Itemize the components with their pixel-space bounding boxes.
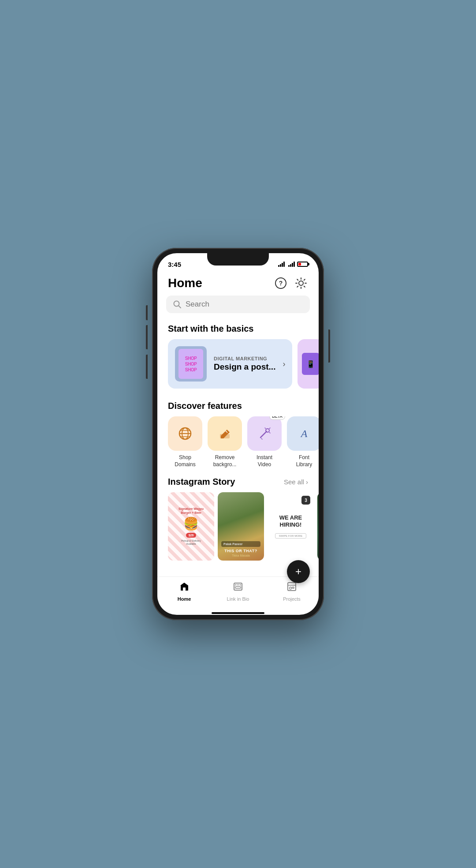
story-2-sub: Tikka Masala: [232, 554, 250, 557]
svg-point-21: [238, 584, 239, 586]
svg-line-10: [260, 431, 267, 438]
home-nav-icon: [179, 581, 190, 595]
basics-card-description: Design a post...: [214, 362, 275, 372]
help-button[interactable]: ?: [274, 276, 288, 290]
power-button: [328, 329, 330, 363]
instant-video-label: InstantVideo: [257, 454, 272, 468]
basics-card-thumbnail: SHOP SHOP SHOP: [175, 346, 207, 382]
story-1-price: $26: [186, 533, 197, 538]
story-scroll: Signature WagyuBurger + Beer 🍔 $26 Picku…: [157, 492, 319, 571]
story-3-text: WE AREHIRING!: [279, 514, 302, 528]
svg-point-11: [266, 429, 269, 432]
phone-screen: 3:45: [157, 253, 319, 615]
phone-frame: 3:45: [152, 248, 324, 620]
shop-illustration: SHOP SHOP SHOP: [178, 349, 203, 379]
battery-icon: [297, 262, 308, 267]
story-2-this-or-that: THIS OR THAT?: [224, 549, 257, 553]
signal-bar-4: [283, 262, 285, 267]
features-scroll: ShopDomains Removebackgro...: [157, 416, 319, 470]
story-1-footer: Pickup or DeliveryAvailable: [181, 539, 201, 546]
svg-rect-24: [288, 583, 296, 591]
font-icon: A: [297, 426, 312, 441]
main-content: Home ?: [157, 273, 319, 576]
search-bar[interactable]: [166, 296, 310, 313]
story-3-content: 3 WE AREHIRING! SWIPE FOR MORE: [268, 492, 314, 561]
svg-line-13: [269, 428, 270, 429]
svg-line-14: [269, 432, 270, 433]
settings-button[interactable]: [294, 276, 308, 290]
feature-shop-domains[interactable]: ShopDomains: [168, 416, 202, 468]
story-3-badge: 3: [301, 496, 310, 505]
signal-bar-1: [278, 265, 279, 267]
feature-font-library[interactable]: A FontLibrary: [287, 416, 319, 468]
home-bar: [212, 612, 264, 614]
feature-remove-bg[interactable]: Removebackgro...: [208, 416, 242, 468]
story-2-dish-name: Palak Paneer: [223, 542, 258, 546]
notch: [207, 253, 269, 266]
status-time: 3:45: [168, 261, 181, 268]
remove-bg-label: Removebackgro...: [213, 454, 237, 468]
features-section-title: Discover features: [157, 397, 319, 416]
eraser-icon: [217, 426, 232, 441]
gear-icon: [295, 277, 307, 289]
signal-bars: [278, 262, 285, 267]
story-card-3[interactable]: 3 WE AREHIRING! SWIPE FOR MORE: [268, 492, 314, 561]
story-card-1[interactable]: Signature WagyuBurger + Beer 🍔 $26 Picku…: [168, 492, 214, 561]
plus-icon: +: [295, 565, 301, 578]
story-3-cta: SWIPE FOR MORE: [275, 533, 306, 539]
svg-line-12: [265, 428, 266, 429]
search-icon: [173, 300, 181, 308]
status-icons: [278, 262, 308, 267]
svg-rect-25: [290, 587, 291, 589]
basics-card-1[interactable]: SHOP SHOP SHOP DIGITAL MARKETING Design …: [168, 339, 292, 389]
nav-item-projects[interactable]: Projects: [276, 581, 307, 602]
feature-instant-video[interactable]: BETA InstantVideo: [247, 416, 282, 468]
volume-up-button: [146, 325, 148, 349]
story-1-title: Signature WagyuBurger + Beer: [178, 507, 204, 515]
nav-item-home[interactable]: Home: [169, 581, 200, 602]
font-library-label: FontLibrary: [296, 454, 312, 468]
svg-text:A: A: [300, 428, 308, 439]
projects-nav-icon: [286, 581, 297, 595]
basics-scroll: SHOP SHOP SHOP DIGITAL MARKETING Design …: [157, 339, 319, 397]
basics-card-info: DIGITAL MARKETING Design a post...: [214, 356, 275, 372]
svg-rect-18: [183, 587, 186, 591]
svg-rect-26: [292, 587, 294, 588]
help-icon: ?: [275, 277, 286, 289]
svg-point-20: [235, 584, 237, 586]
instagram-story-title: Instagram Story: [168, 477, 235, 487]
signal-bar-3: [282, 263, 283, 267]
story-4-content: N E COLLEC dropping TEXT "SAY WTO 58590 …: [317, 492, 319, 561]
volume-down-button: [146, 355, 148, 379]
instagram-story-header: Instagram Story See all ›: [157, 470, 319, 492]
story-1-content: Signature WagyuBurger + Beer 🍔 $26 Picku…: [168, 492, 214, 561]
header-icons: ?: [274, 276, 308, 290]
globe-icon: [178, 426, 193, 441]
signal-bar2-4: [294, 262, 295, 267]
basics-card-category: DIGITAL MARKETING: [214, 356, 275, 361]
font-library-icon-box: A: [287, 416, 319, 451]
story-card-4[interactable]: N E COLLEC dropping TEXT "SAY WTO 58590 …: [317, 492, 319, 561]
link-in-bio-nav-label: Link in Bio: [227, 596, 249, 602]
story-2-dish: Palak Paneer: [221, 541, 260, 547]
search-input[interactable]: [186, 300, 303, 309]
projects-nav-label: Projects: [283, 596, 301, 602]
signal-bars-2: [288, 262, 295, 267]
remove-bg-icon-box: [208, 416, 242, 451]
beta-badge: BETA: [269, 416, 285, 420]
svg-point-22: [240, 584, 241, 586]
story-2-content: Palak Paneer THIS OR THAT? Tikka Masala: [218, 492, 264, 561]
link-in-bio-nav-icon: [233, 581, 243, 595]
see-all-button[interactable]: See all ›: [284, 478, 308, 486]
burger-emoji: 🍔: [183, 516, 199, 531]
battery-fill: [298, 263, 301, 266]
create-fab[interactable]: +: [287, 560, 310, 583]
nav-item-link-in-bio[interactable]: Link in Bio: [223, 581, 253, 602]
signal-bar2-3: [292, 263, 293, 267]
basics-section-title: Start with the basics: [157, 320, 319, 339]
basics-card-2[interactable]: 📱: [298, 339, 319, 389]
signal-bar2-2: [290, 264, 291, 267]
svg-rect-23: [235, 587, 241, 588]
story-card-2[interactable]: Palak Paneer THIS OR THAT? Tikka Masala: [218, 492, 264, 561]
shop-domains-icon-box: [168, 416, 202, 451]
